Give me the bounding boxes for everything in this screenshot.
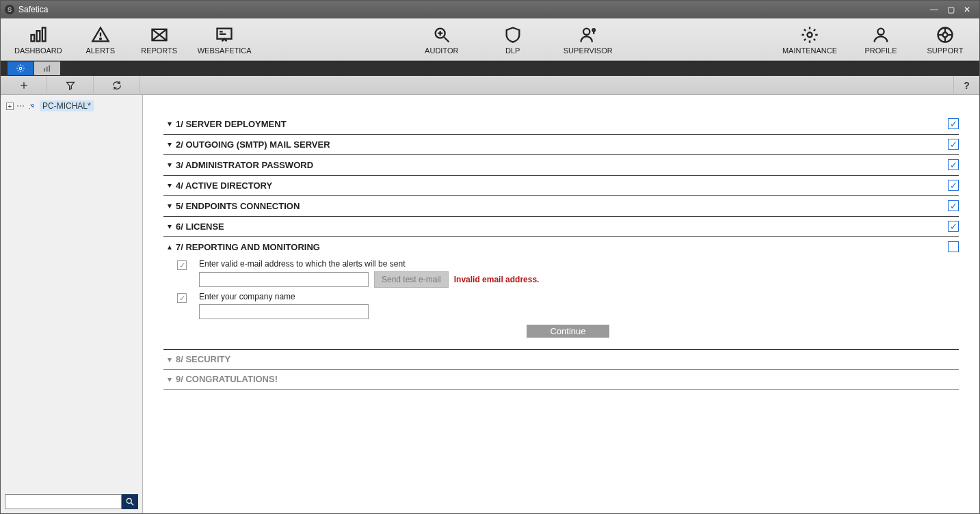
help-button[interactable]: ? [953, 76, 979, 95]
maximize-button[interactable]: ▢ [942, 3, 959, 16]
section-header[interactable]: ▾3/ ADMINISTRATOR PASSWORD [163, 159, 959, 170]
svg-point-12 [877, 28, 884, 34]
toolbar-alerts[interactable]: ALERTS [80, 25, 121, 55]
search-bar [1, 490, 142, 513]
section-title: 6/ LICENSE [176, 221, 224, 232]
refresh-icon [111, 80, 122, 91]
svg-point-19 [19, 67, 22, 70]
add-button[interactable] [1, 76, 47, 95]
gear-icon [16, 64, 25, 73]
company-label: Enter your company name [199, 292, 369, 301]
section-complete-checkbox[interactable] [948, 159, 959, 170]
plus-icon [18, 80, 29, 91]
toolbar-reports[interactable]: REPORTS [139, 25, 180, 55]
wizard-section: ▾9/ CONGRATULATIONS! [163, 370, 959, 390]
section-body: Enter valid e-mail address to which the … [163, 252, 959, 344]
svg-rect-1 [37, 31, 40, 41]
chevron-down-icon: ▾ [163, 119, 176, 128]
section-header[interactable]: ▾5/ ENDPOINTS CONNECTION [163, 200, 959, 211]
section-title: 1/ SERVER DEPLOYMENT [176, 119, 287, 129]
bar-chart-icon [42, 64, 52, 73]
chevron-up-icon: ▴ [163, 242, 176, 252]
task-checkbox[interactable] [177, 260, 187, 270]
section-title: 4/ ACTIVE DIRECTORY [176, 180, 272, 191]
reports-icon [149, 25, 170, 45]
filter-button[interactable] [47, 76, 94, 95]
app-title: Safetica [18, 5, 926, 14]
subtab-settings[interactable] [8, 62, 34, 75]
task-checkbox[interactable] [177, 293, 187, 303]
toolbar-dashboard[interactable]: DASHBOARD [14, 25, 62, 55]
company-input[interactable] [199, 304, 369, 319]
title-bar: S Safetica — ▢ ✕ [1, 1, 979, 18]
secondary-bar: ? [1, 76, 979, 95]
refresh-button[interactable] [94, 76, 140, 95]
svg-point-9 [583, 28, 590, 34]
section-complete-checkbox[interactable] [948, 221, 959, 232]
sub-tab-bar [1, 61, 979, 76]
section-title: 5/ ENDPOINTS CONNECTION [176, 201, 300, 211]
svg-point-25 [127, 498, 131, 503]
filter-icon [65, 80, 76, 91]
toolbar-websafetica[interactable]: WEBSAFETICA [198, 25, 252, 55]
section-complete-checkbox[interactable] [948, 241, 959, 252]
section-header[interactable]: ▾2/ OUTGOING (SMTP) MAIL SERVER [163, 139, 959, 150]
close-button[interactable]: ✕ [959, 3, 975, 16]
section-header[interactable]: ▴7/ REPORTING AND MONITORING [163, 241, 959, 252]
content: ▾1/ SERVER DEPLOYMENT▾2/ OUTGOING (SMTP)… [143, 95, 979, 513]
toolbar-dlp[interactable]: DLP [492, 25, 533, 55]
auditor-icon [432, 25, 452, 45]
section-title: 3/ ADMINISTRATOR PASSWORD [176, 160, 313, 170]
section-complete-checkbox[interactable] [948, 180, 959, 191]
svg-rect-0 [31, 35, 34, 41]
chevron-down-icon: ▾ [163, 180, 176, 190]
wizard-section: ▾4/ ACTIVE DIRECTORY [163, 176, 959, 196]
search-input[interactable] [5, 494, 122, 509]
profile-icon [871, 25, 891, 45]
section-complete-checkbox[interactable] [948, 200, 959, 211]
send-test-email-button[interactable]: Send test e-mail [374, 271, 449, 288]
toolbar-auditor[interactable]: AUDITOR [421, 25, 462, 55]
wizard-section: ▾6/ LICENSE [163, 217, 959, 237]
toolbar-support[interactable]: SUPPORT [925, 25, 966, 55]
section-header[interactable]: ▾8/ SECURITY [163, 354, 959, 364]
support-icon [935, 25, 955, 45]
toolbar-supervisor[interactable]: SUPERVISOR [564, 25, 613, 55]
tree-expander-icon[interactable]: + [6, 103, 14, 110]
websafetica-icon [214, 25, 235, 45]
section-complete-checkbox[interactable] [948, 139, 959, 150]
minimize-button[interactable]: — [926, 3, 942, 16]
section-header[interactable]: ▾1/ SERVER DEPLOYMENT [163, 118, 959, 129]
wizard-section: ▾8/ SECURITY [163, 350, 959, 370]
section-header[interactable]: ▾4/ ACTIVE DIRECTORY [163, 180, 959, 191]
chevron-down-icon: ▾ [163, 221, 176, 231]
wizard-section: ▾5/ ENDPOINTS CONNECTION [163, 196, 959, 217]
search-button[interactable] [122, 494, 138, 509]
svg-line-8 [444, 37, 449, 42]
alerts-icon [90, 25, 111, 45]
wizard-section: ▾2/ OUTGOING (SMTP) MAIL SERVER [163, 135, 959, 155]
tree-item[interactable]: + ⋯ PC-MICHAL* [6, 100, 137, 111]
svg-rect-20 [44, 68, 45, 72]
section-complete-checkbox[interactable] [948, 118, 959, 129]
plug-icon [27, 101, 37, 111]
section-header[interactable]: ▾6/ LICENSE [163, 221, 959, 232]
section-title: 8/ SECURITY [176, 354, 230, 364]
supervisor-icon [578, 25, 598, 45]
tree-dotted-icon: ⋯ [16, 101, 25, 111]
section-title: 9/ CONGRATULATIONS! [176, 374, 278, 384]
toolbar-maintenance[interactable]: MAINTENANCE [782, 25, 837, 55]
email-error-text: Invalid email address. [454, 275, 540, 284]
svg-point-14 [943, 32, 948, 37]
continue-button[interactable]: Continue [527, 325, 609, 338]
search-icon [125, 497, 135, 506]
app-icon: S [5, 5, 14, 14]
tree: + ⋯ PC-MICHAL* [1, 95, 142, 490]
toolbar-profile[interactable]: PROFILE [860, 25, 901, 55]
wizard-section: ▴7/ REPORTING AND MONITORINGEnter valid … [163, 237, 959, 350]
subtab-stats[interactable] [34, 62, 60, 75]
email-input[interactable] [199, 272, 369, 287]
section-header[interactable]: ▾9/ CONGRATULATIONS! [163, 374, 959, 384]
chevron-down-icon: ▾ [163, 201, 176, 211]
svg-rect-22 [49, 65, 50, 71]
